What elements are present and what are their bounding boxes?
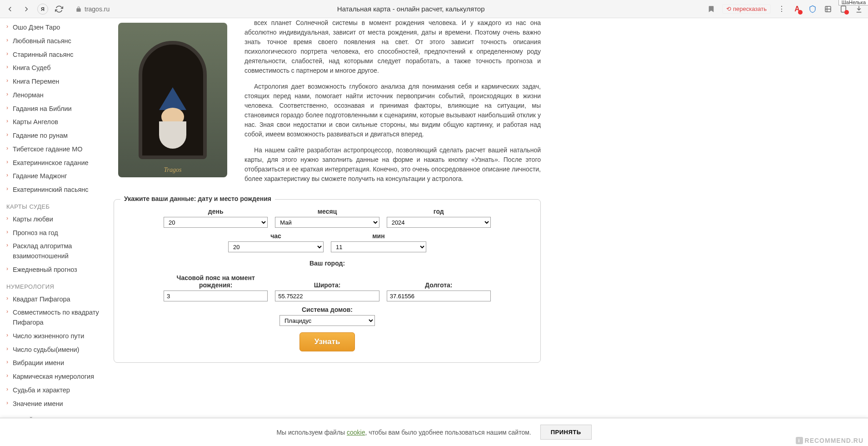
house-select[interactable]: Плацидус bbox=[279, 315, 375, 326]
sidebar-item[interactable]: Гадания на Библии bbox=[13, 102, 105, 116]
min-label: мин bbox=[331, 232, 426, 240]
paragraph-1: всех планет Солнечной системы в момент р… bbox=[244, 18, 541, 75]
city-row: Ваш город: bbox=[164, 257, 491, 270]
sidebar-item[interactable]: Совместимость по квадрату Пифагора bbox=[13, 306, 105, 330]
birth-data-form: Укажите ваши данные: дату и место рожден… bbox=[114, 199, 541, 363]
city-label: Ваш город: bbox=[309, 260, 345, 267]
sidebar-item[interactable]: Екатерининское гадание bbox=[13, 156, 105, 170]
sidebar: Ошо Дзен ТароЛюбовный пасьянсСтаринный п… bbox=[0, 18, 109, 436]
retell-icon: ⟲ bbox=[726, 5, 731, 12]
lat-input[interactable] bbox=[275, 291, 379, 301]
house-label: Система домов: bbox=[279, 306, 375, 313]
image-caption: Tragos bbox=[164, 166, 182, 174]
day-select[interactable]: 20 bbox=[164, 217, 268, 228]
bookmark-icon[interactable] bbox=[707, 5, 716, 14]
hour-label: час bbox=[228, 232, 324, 240]
back-button[interactable] bbox=[5, 4, 15, 15]
sidebar-item[interactable]: Кармическая нумерология bbox=[13, 370, 105, 384]
sidebar-heading: КАРТЫ СУДЕБ bbox=[6, 203, 105, 210]
download-arrow-icon[interactable] bbox=[854, 5, 863, 14]
tz-label: Часовой пояс на момент рождения: bbox=[164, 274, 268, 289]
tz-input[interactable] bbox=[164, 291, 268, 301]
shield-icon[interactable] bbox=[808, 5, 817, 14]
browser-chrome: Я tragos.ru Натальная карта - онлайн рас… bbox=[0, 0, 868, 18]
sidebar-item[interactable]: Вибрации имени bbox=[13, 356, 105, 370]
yandex-logo[interactable]: Я bbox=[37, 4, 48, 15]
downloads-icon[interactable] bbox=[839, 5, 848, 14]
sidebar-item[interactable]: Число жизненного пути bbox=[13, 330, 105, 343]
sidebar-item[interactable]: Расклад алгоритма взаимоотношений bbox=[13, 240, 105, 263]
main-content: Tragos всех планет Солнечной системы в м… bbox=[109, 18, 554, 436]
cookie-banner: Мы используем файлы cookie, чтобы вам бы… bbox=[0, 418, 868, 436]
cookie-link[interactable]: cookie bbox=[347, 429, 365, 436]
retell-button[interactable]: ⟲ пересказать bbox=[722, 4, 771, 14]
user-tag: ШаНелька bbox=[838, 0, 868, 5]
sidebar-item[interactable]: Книга Перемен bbox=[13, 75, 105, 89]
adblock-icon[interactable]: A bbox=[793, 5, 802, 14]
article-text: всех планет Солнечной системы в момент р… bbox=[244, 18, 541, 190]
menu-dots-icon[interactable]: ⋮ bbox=[777, 5, 786, 14]
sidebar-item[interactable]: Старинный пасьянс bbox=[13, 48, 105, 62]
cookie-text: Мы используем файлы cookie, чтобы вам бы… bbox=[276, 429, 531, 436]
sidebar-item[interactable]: Гадание Маджонг bbox=[13, 170, 105, 183]
year-select[interactable]: 2024 bbox=[387, 217, 491, 228]
address-bar[interactable]: tragos.ru bbox=[70, 4, 115, 15]
lat-label: Широта: bbox=[275, 281, 379, 289]
sidebar-item[interactable]: Квадрат Пифагора bbox=[13, 293, 105, 306]
sidebar-item[interactable]: Тибетское гадание МО bbox=[13, 143, 105, 156]
month-label: месяц bbox=[275, 208, 379, 215]
lon-label: Долгота: bbox=[387, 281, 491, 289]
sidebar-item[interactable]: Число судьбы(имени) bbox=[13, 343, 105, 357]
sidebar-item[interactable]: Гадание по рунам bbox=[13, 129, 105, 143]
astrologer-illustration: Tragos bbox=[114, 18, 232, 182]
lock-icon bbox=[75, 6, 82, 12]
reload-button[interactable] bbox=[54, 4, 65, 15]
sidebar-item[interactable]: Значение имени bbox=[13, 397, 105, 411]
sidebar-item[interactable]: Ежедневный прогноз bbox=[13, 263, 105, 277]
sidebar-item[interactable]: Ленорман bbox=[13, 89, 105, 102]
month-select[interactable]: Май bbox=[275, 217, 379, 228]
sidebar-item[interactable]: Ошо Дзен Таро bbox=[13, 21, 105, 35]
sidebar-item[interactable]: Карты Ангелов bbox=[13, 115, 105, 129]
min-select[interactable]: 11 bbox=[331, 241, 426, 252]
submit-button[interactable]: Узнать bbox=[299, 332, 355, 351]
cookie-accept-button[interactable]: ПРИНЯТЬ bbox=[540, 425, 592, 436]
paragraph-3: На нашем сайте разработан астропроцессор… bbox=[244, 145, 541, 184]
lon-input[interactable] bbox=[387, 291, 491, 301]
retell-label: пересказать bbox=[733, 5, 767, 12]
sidebar-item[interactable]: Карты любви bbox=[13, 213, 105, 226]
year-label: год bbox=[387, 208, 491, 215]
sidebar-item[interactable]: Судьба и характер bbox=[13, 384, 105, 397]
forward-button[interactable] bbox=[21, 4, 32, 15]
sidebar-item[interactable]: Екатерининский пасьянс bbox=[13, 183, 105, 197]
url-text: tragos.ru bbox=[85, 5, 110, 13]
page-title: Натальная карта - онлайн расчет, калькул… bbox=[120, 5, 701, 13]
form-legend: Укажите ваши данные: дату и место рожден… bbox=[120, 195, 275, 202]
svg-rect-1 bbox=[841, 6, 846, 12]
hour-select[interactable]: 20 bbox=[228, 241, 324, 252]
extensions-icon[interactable] bbox=[823, 5, 833, 14]
sidebar-heading: НУМЕРОЛОГИЯ bbox=[6, 283, 105, 290]
sidebar-item[interactable]: Прогноз на год bbox=[13, 226, 105, 240]
sidebar-item[interactable]: Книга Судеб bbox=[13, 61, 105, 75]
sidebar-item[interactable]: Любовный пасьянс bbox=[13, 35, 105, 48]
paragraph-2: Астрология дает возможность глубокого ан… bbox=[244, 82, 541, 139]
day-label: день bbox=[164, 208, 268, 215]
